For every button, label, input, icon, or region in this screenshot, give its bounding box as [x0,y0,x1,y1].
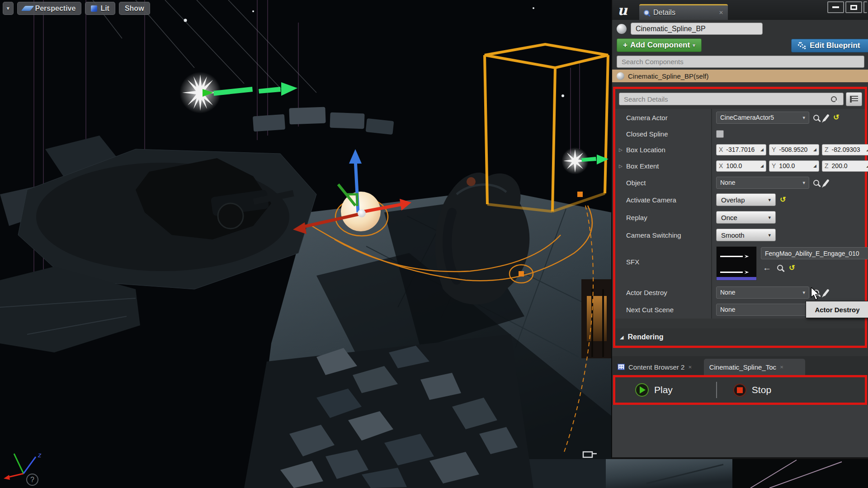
viewport-toolbar: ▾ Perspective Lit Show [3,2,150,15]
plus-icon: + [623,41,627,50]
expander-icon[interactable]: ▷ [619,147,623,152]
axis-z-label: z [38,451,42,459]
box-extent-x-field[interactable]: X 100.0 ◢ [716,160,766,172]
eyedropper-icon[interactable] [823,114,829,121]
browse-icon[interactable] [813,115,819,121]
edit-blueprint-button[interactable]: Edit Blueprint [791,39,868,52]
search-components-row [612,55,868,70]
viewport-options-button[interactable]: ▾ [3,2,14,15]
camera-switching-label: Camera Switching [615,231,711,239]
browse-icon[interactable] [813,180,819,186]
camera-actor-label: Camera Actor [615,114,711,122]
replay-label: Replay [615,214,711,221]
minimize-button[interactable] [827,1,844,13]
waveform-icon [720,272,743,273]
component-self-row[interactable]: Cinematic_Spline_BP(self) [612,70,868,82]
perspective-label: Perspective [35,5,76,13]
box-extent-z-field[interactable]: Z 200.0 ◢ [822,160,868,172]
reset-icon[interactable]: ↺ [833,114,839,121]
use-selected-icon[interactable]: ← [763,263,771,272]
activate-camera-label: Activate Camera [615,196,711,204]
close-window-button[interactable] [863,1,867,13]
details-tabbar: u Details ✕ [612,0,868,20]
chevron-down-icon: ▾ [802,180,805,186]
close-icon[interactable]: ✕ [780,365,783,370]
show-button[interactable]: Show [119,2,150,15]
activate-camera-select[interactable]: Overlap ▾ [716,193,776,206]
perspective-button[interactable]: Perspective [17,2,82,15]
property-row-actor-destroy: Actor Destroy None ▾ [615,284,865,300]
maximize-button[interactable] [845,1,862,13]
play-icon [635,383,649,397]
maximize-icon [850,5,857,10]
actor-name-row [612,20,868,37]
property-row-object: Object None ▾ [615,174,865,191]
lit-doorway [581,279,611,358]
camera-switching-value: Smooth [721,231,745,239]
eyedropper-icon[interactable] [823,179,829,186]
search-details-input[interactable] [619,93,844,105]
stop-label: Stop [752,385,771,395]
object-label: Object [615,179,711,187]
view-options-button[interactable] [846,92,862,106]
expander-icon[interactable]: ▷ [619,164,623,169]
box-location-z-field[interactable]: Z -82.09303 ◢ [822,144,868,155]
add-component-button[interactable]: + Add Component ▾ [617,38,702,52]
gears-icon [798,42,806,49]
add-component-label: Add Component [630,41,690,50]
tab-cinematic-spline-toc[interactable]: Cinematic_Spline_Toc ✕ [704,359,805,375]
camera-actor-select[interactable]: CineCameraActor5 ▾ [716,112,809,124]
box-location-x-field[interactable]: X -317.7016 ◢ [716,144,766,155]
box-extent-label: ▷ Box Extent [615,162,711,170]
window-buttons [827,1,867,13]
property-row-box-extent: ▷ Box Extent X 100.0 ◢ Y 100.0 ◢ Z 200.0… [615,158,865,174]
actor-destroy-select[interactable]: None ▾ [716,286,809,299]
search-components-input[interactable] [617,56,864,68]
reset-icon[interactable]: ↺ [789,264,795,272]
close-icon[interactable]: ✕ [719,9,723,16]
tab-details[interactable]: Details ✕ [639,4,728,20]
next-cut-scene-value: None [720,306,735,313]
waveform-icon [720,256,743,257]
lit-cube-icon [91,5,97,12]
play-button[interactable]: Play [635,383,673,397]
sfx-asset-thumbnail[interactable] [716,246,757,281]
panel-empty-area [612,405,868,459]
box-extent-y-field[interactable]: Y 100.0 ◢ [769,160,819,172]
tab-content-browser[interactable]: Content Browser 2 ✕ [612,359,698,375]
chevron-down-icon: ▾ [768,215,771,221]
camera-switching-select[interactable]: Smooth ▾ [716,229,776,241]
chevron-down-icon: ▾ [768,197,771,203]
sfx-asset-select[interactable]: FengMao_Ability_E_Engage_010 ▾ [761,247,868,259]
lit-mode-button[interactable]: Lit [85,2,115,15]
drag-handle-icon: ◢ [813,164,816,168]
mouse-cursor [810,287,821,301]
toolbar-divider [716,382,717,398]
component-sphere-icon [617,72,624,80]
object-select[interactable]: None ▾ [716,177,809,189]
details-tab-label: Details [653,9,715,17]
next-cut-scene-select[interactable]: None [716,304,809,316]
eyedropper-icon[interactable] [823,289,829,296]
reset-icon[interactable]: ↺ [780,196,786,203]
close-icon[interactable]: ✕ [688,365,692,370]
stop-button[interactable]: Stop [733,384,771,397]
property-row-camera-actor: Camera Actor CineCameraActor5 ▾ ↺ [615,109,865,126]
rendering-category-header[interactable]: ◢ Rendering [615,328,865,346]
closed-spline-checkbox[interactable] [716,130,724,138]
sfx-asset-value: FengMao_Ability_E_Engage_010 [765,250,859,257]
search-icon [831,96,837,102]
browse-icon[interactable] [777,265,783,271]
cinematic-spline-tab-label: Cinematic_Spline_Toc [709,363,776,371]
search-details-row [615,89,865,109]
actor-name-field[interactable] [631,23,763,35]
property-row-sfx: SFX FengMao_Ability_E_Engage_010 ▾ ← ↺ [615,244,865,284]
replay-select[interactable]: Once ▾ [716,211,776,224]
camera-actor-value: CineCameraActor5 [720,114,774,121]
drag-handle-icon: ◢ [813,147,816,152]
drag-handle-icon: ◢ [866,164,868,168]
drag-handle-icon: ◢ [760,147,764,152]
help-button[interactable]: ? [26,474,38,486]
details-window: u Details ✕ + Add Component ▾ Edit Bluep… [611,0,868,459]
box-location-y-field[interactable]: Y -508.9520 ◢ [769,144,819,155]
